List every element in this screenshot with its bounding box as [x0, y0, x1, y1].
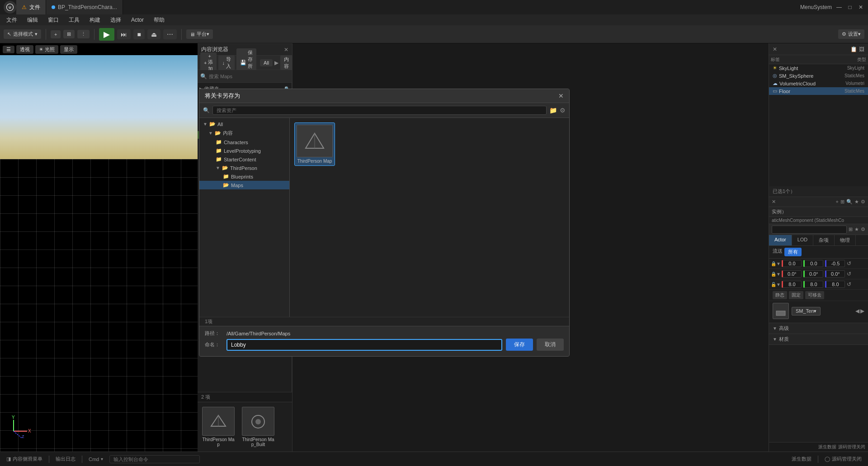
hamburger-btn[interactable]: ☰: [3, 46, 14, 53]
play-button[interactable]: ▶: [99, 28, 114, 41]
filename-input[interactable]: [226, 339, 502, 351]
dtree-levelprototyping[interactable]: 📁 LevelPrototyping: [199, 146, 289, 155]
details-settings-icon[interactable]: ⚙: [861, 199, 865, 205]
stop-btn[interactable]: ■: [133, 29, 144, 39]
reset-rot-btn[interactable]: ↺: [846, 271, 852, 277]
scale-x-input[interactable]: [782, 281, 802, 288]
sb-source-ctrl[interactable]: ◯ 源码管理关闭: [822, 455, 864, 463]
cb-search-input[interactable]: [209, 74, 289, 79]
dtree-thirdperson[interactable]: ▼ 📂 ThirdPerson: [199, 164, 289, 172]
settings-det-icon[interactable]: ⚙: [861, 226, 865, 232]
table-icon[interactable]: ⊞: [849, 226, 853, 232]
platform-btn[interactable]: 🖥 平台▾: [186, 29, 213, 39]
outliner-row-skylight[interactable]: ☀ SkyLight SkyLight: [769, 64, 868, 72]
tab-physics[interactable]: 物理: [835, 235, 856, 245]
sb-content-drawer[interactable]: ◨ 内容侧滑菜单: [4, 455, 45, 463]
perspective-btn[interactable]: 透视: [16, 45, 33, 54]
dialog-search-input[interactable]: [212, 106, 547, 115]
rot-z-input[interactable]: [825, 270, 845, 278]
add-btn[interactable]: +: [51, 30, 61, 38]
sb-derive-data[interactable]: 派生数据: [789, 455, 814, 463]
lock-scale-icon[interactable]: 🔓: [771, 282, 776, 287]
tab-unnamed[interactable]: ⚠ 文件: [16, 0, 46, 14]
details-star-icon[interactable]: ★: [854, 199, 859, 205]
expand-scale-icon[interactable]: ▼: [776, 282, 781, 287]
folder-browse-icon[interactable]: 📁: [549, 107, 557, 114]
menu-file[interactable]: 文件: [2, 15, 22, 25]
dtree-blueprints[interactable]: 📁 Blueprints: [199, 172, 289, 181]
file-thirdperson-map[interactable]: ThirdPerson Map: [200, 405, 236, 449]
source-ctrl-btn[interactable]: 源码管理关闭: [838, 444, 865, 450]
lighting-btn[interactable]: ☀ 光照: [35, 45, 58, 54]
details-search-input[interactable]: [772, 226, 847, 234]
save-button[interactable]: 保存: [506, 339, 533, 351]
dtree-startercontent[interactable]: 📁 StarterContent: [199, 155, 289, 164]
mode-select-btn[interactable]: ↖ 选择模式 ▾: [4, 29, 41, 39]
details-search-icon[interactable]: 🔍: [846, 199, 853, 205]
cb-import-btn[interactable]: ↓ 导入: [218, 55, 235, 71]
menu-help[interactable]: 帮助: [149, 15, 169, 25]
dialog-file-thirdpersonmap[interactable]: ThirdPerson Map: [294, 122, 335, 166]
menu-window[interactable]: 窗口: [43, 15, 63, 25]
reset-scale-btn[interactable]: ↺: [846, 281, 852, 287]
loc-x-input[interactable]: [782, 260, 802, 267]
mesh-selector[interactable]: SM_Ten▾: [792, 307, 821, 315]
tab-misc[interactable]: 杂项: [813, 235, 835, 245]
lock-rot-icon[interactable]: 🔒: [771, 272, 776, 277]
derive-data-btn[interactable]: 派生数据: [818, 444, 836, 450]
menu-select[interactable]: 选择: [106, 15, 126, 25]
mesh-nav-back[interactable]: ◀: [855, 308, 859, 314]
movable-btn[interactable]: 可移去: [805, 291, 824, 299]
advanced-header[interactable]: ▼ 高级: [769, 323, 868, 334]
outliner-icon1[interactable]: 📋: [850, 46, 857, 52]
skip-btn[interactable]: ⏭: [117, 29, 131, 39]
settings-dlg-icon[interactable]: ⚙: [560, 107, 566, 114]
cancel-button[interactable]: 取消: [537, 339, 564, 351]
loc-y-input[interactable]: [803, 260, 823, 267]
outliner-row-skysphere[interactable]: ◎ SM_SkySphere StaticMes: [769, 72, 868, 80]
content-btn[interactable]: ⊞: [63, 30, 75, 38]
settings-btn[interactable]: ⚙ 设置▾: [838, 29, 864, 39]
file-thirdperson-map-built[interactable]: ThirdPerson Map_Built: [240, 405, 276, 449]
tab-lod[interactable]: LOD: [792, 235, 814, 245]
cb-breadcrumb-content[interactable]: 内容: [280, 55, 292, 71]
display-btn[interactable]: 显示: [60, 45, 77, 54]
lock-loc-icon[interactable]: 🔒: [771, 261, 776, 266]
details-icon2[interactable]: ⊞: [840, 199, 844, 205]
expand-loc-icon[interactable]: ▼: [776, 261, 781, 266]
outliner-icon2[interactable]: 🖼: [859, 46, 864, 52]
rot-y-input[interactable]: [803, 270, 823, 278]
outliner-close-btn[interactable]: ✕: [773, 46, 777, 52]
maximize-button[interactable]: □: [846, 4, 854, 11]
materials-header[interactable]: ▼ 材质: [769, 334, 868, 344]
eject-btn[interactable]: ⏏: [147, 29, 160, 39]
loc-z-input[interactable]: [825, 260, 845, 267]
details-close-btn[interactable]: ✕: [772, 199, 776, 205]
sb-output-log[interactable]: 输出日志: [53, 455, 78, 463]
menu-edit[interactable]: 编辑: [23, 15, 42, 25]
outliner-row-floor[interactable]: ▭ Floor StaticMes: [769, 87, 868, 95]
filter-all-btn[interactable]: 所有: [784, 248, 802, 256]
dtree-all[interactable]: ▼ 📂 All: [199, 120, 289, 128]
menu-build[interactable]: 构建: [85, 15, 105, 25]
menu-actor[interactable]: Actor: [127, 16, 148, 24]
expand-rot-icon[interactable]: ▼: [776, 272, 781, 277]
star-fav-icon[interactable]: ★: [854, 226, 859, 232]
scale-z-input[interactable]: [825, 281, 845, 288]
close-button[interactable]: ✕: [857, 4, 864, 11]
static-btn[interactable]: 静态: [773, 291, 787, 299]
mesh-nav-fwd[interactable]: ▶: [860, 308, 864, 314]
reset-loc-btn[interactable]: ↺: [846, 260, 852, 267]
more-play-btn[interactable]: ⋯: [163, 29, 177, 39]
cmd-input[interactable]: [109, 455, 200, 463]
dtree-content[interactable]: ▼ 📂 内容: [199, 128, 289, 138]
cb-close-btn[interactable]: ✕: [284, 47, 288, 53]
minimize-button[interactable]: —: [835, 4, 843, 11]
dialog-close-btn[interactable]: ✕: [558, 92, 564, 99]
menu-tools[interactable]: 工具: [64, 15, 84, 25]
cb-breadcrumb-all[interactable]: All: [260, 59, 273, 66]
details-add-icon[interactable]: +: [836, 199, 839, 205]
scale-y-input[interactable]: [803, 281, 823, 288]
snap-btn[interactable]: ⋮: [77, 30, 90, 38]
sb-cmd[interactable]: Cmd ▾: [86, 456, 106, 463]
